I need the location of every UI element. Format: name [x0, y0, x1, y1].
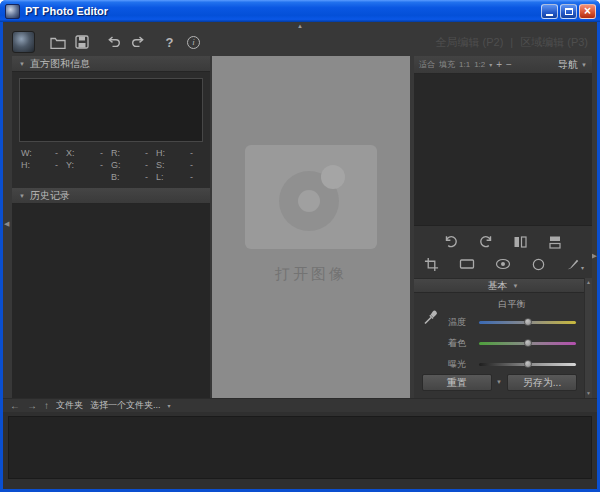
split-horizontal-icon	[547, 234, 563, 250]
info-label: Y:	[66, 160, 81, 170]
navigator-title: 导航 ▼	[558, 58, 587, 72]
straighten-tool-button[interactable]	[458, 255, 476, 273]
about-button[interactable]: i	[183, 32, 204, 53]
split-vertical-view-button[interactable]	[511, 233, 529, 251]
open-folder-button[interactable]	[47, 32, 68, 53]
crop-tool-button[interactable]	[422, 255, 440, 273]
folder-icon	[50, 36, 66, 49]
exposure-track[interactable]	[479, 363, 576, 366]
navigator-title-text: 导航	[558, 58, 578, 72]
basic-title: 基本	[488, 279, 508, 293]
adjustment-brush-button[interactable]: ▾	[566, 257, 584, 271]
split-horizontal-view-button[interactable]	[546, 233, 564, 251]
info-value: -	[81, 148, 111, 158]
red-eye-icon	[495, 258, 511, 270]
titlebar[interactable]: PT Photo Editor ×	[0, 0, 600, 22]
tab-global-edit[interactable]: 全局编辑 (P2)	[435, 35, 503, 50]
undo-button[interactable]	[103, 32, 124, 53]
info-label: W:	[21, 148, 36, 158]
temperature-track[interactable]	[479, 321, 576, 324]
zoom-dropdown-icon[interactable]: ▾	[489, 62, 492, 68]
maximize-button[interactable]	[560, 4, 577, 19]
zoom-fill-button[interactable]: 填充	[439, 59, 455, 70]
basic-section-header[interactable]: 基本 ▼	[414, 278, 592, 293]
info-value	[81, 172, 111, 182]
open-image-placeholder[interactable]	[245, 145, 377, 249]
open-image-label[interactable]: 打开图像	[275, 265, 347, 284]
white-balance-label: 白平衡	[448, 298, 576, 311]
zoom-in-button[interactable]: +	[496, 59, 502, 70]
zoom-1-1-button[interactable]: 1:1	[459, 60, 470, 69]
split-vertical-icon	[512, 234, 528, 250]
rotate-right-button[interactable]	[477, 233, 495, 251]
close-icon: ×	[584, 5, 591, 17]
reset-button[interactable]: 重置	[422, 374, 492, 391]
red-eye-tool-button[interactable]	[494, 255, 512, 273]
exposure-slider: 曝光	[448, 358, 576, 371]
zoom-1-2-button[interactable]: 1:2	[474, 60, 485, 69]
minimize-icon	[546, 14, 553, 16]
client-area: ▲	[3, 22, 597, 489]
app-icon	[5, 4, 20, 19]
main-area: ◀ ▶ ▼ 直方图和信息 W:- X:- R:- H:- H:- Y:- G:-…	[3, 56, 597, 398]
exposure-knob[interactable]	[524, 360, 532, 368]
zoom-out-button[interactable]: −	[506, 59, 512, 70]
chevron-down-icon: ▼	[19, 193, 25, 199]
info-label: H:	[156, 148, 171, 158]
histogram-section-header[interactable]: ▼ 直方图和信息	[12, 56, 210, 72]
rotate-left-button[interactable]	[442, 233, 460, 251]
redo-button[interactable]	[127, 32, 148, 53]
straighten-icon	[459, 257, 475, 271]
folder-label: 文件夹	[56, 399, 83, 412]
chevron-down-icon: ▼	[19, 61, 25, 67]
tint-track[interactable]	[479, 342, 576, 345]
help-button[interactable]: ?	[159, 32, 180, 53]
undo-icon	[106, 36, 122, 49]
chevron-down-icon: ▼	[513, 283, 519, 289]
maximize-icon	[565, 8, 573, 15]
info-icon: i	[187, 36, 200, 49]
back-arrow-icon[interactable]: ←	[10, 401, 20, 411]
chevron-down-icon: ▼	[581, 62, 587, 68]
navigator-header: 适合 填充 1:1 1:2 ▾ + − 导航 ▼	[414, 56, 592, 74]
info-value: -	[126, 160, 156, 170]
history-section-header[interactable]: ▼ 历史记录	[12, 188, 210, 204]
minimize-button[interactable]	[541, 4, 558, 19]
right-panel-collapse-icon[interactable]: ▶	[592, 252, 597, 260]
temperature-label: 温度	[448, 316, 472, 329]
mode-separator: |	[510, 36, 513, 48]
tint-knob[interactable]	[524, 339, 532, 347]
zoom-fit-button[interactable]: 适合	[419, 59, 435, 70]
brush-dropdown-icon: ▾	[581, 265, 584, 271]
forward-arrow-icon[interactable]: →	[27, 401, 37, 411]
scroll-up-icon[interactable]: ▲	[586, 280, 591, 285]
save-button[interactable]	[71, 32, 92, 53]
info-label: S:	[156, 160, 171, 170]
filmstrip	[3, 412, 597, 489]
info-label: X:	[66, 148, 81, 158]
brush-icon	[566, 257, 580, 271]
right-panel-scrollbar[interactable]: ▲ ▼	[584, 278, 592, 398]
navigator-preview[interactable]	[414, 74, 592, 226]
histogram-title: 直方图和信息	[30, 57, 90, 71]
choose-folder-button[interactable]: 选择一个文件夹...	[90, 399, 161, 412]
close-button[interactable]: ×	[579, 4, 596, 19]
white-balance-eyedropper[interactable]	[422, 298, 448, 379]
info-value: -	[126, 172, 156, 182]
save-as-button[interactable]: 另存为...	[507, 374, 577, 391]
tool-palette: ▾	[414, 228, 592, 276]
tint-label: 着色	[448, 337, 472, 350]
up-arrow-icon[interactable]: ↑	[44, 401, 49, 411]
tab-local-edit[interactable]: 区域编辑 (P3)	[520, 35, 588, 50]
vignette-tool-button[interactable]	[530, 255, 548, 273]
circle-icon	[531, 257, 546, 272]
redo-icon	[130, 36, 146, 49]
scroll-down-icon[interactable]: ▼	[586, 391, 591, 396]
history-list	[12, 204, 210, 398]
folder-dropdown-icon[interactable]: ▾	[168, 403, 171, 409]
info-label: H:	[21, 160, 36, 170]
left-panel-collapse-icon[interactable]: ◀	[4, 220, 9, 228]
window-title: PT Photo Editor	[25, 5, 539, 17]
info-value: -	[171, 172, 201, 182]
temperature-knob[interactable]	[524, 318, 532, 326]
